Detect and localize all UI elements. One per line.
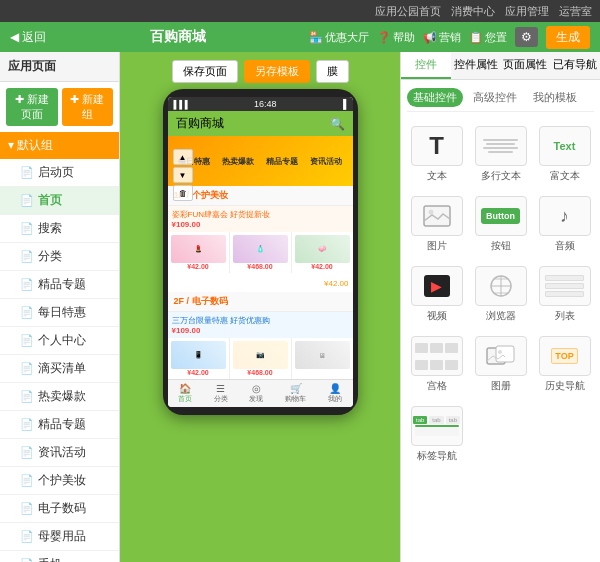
list-widget-icon xyxy=(539,266,591,306)
nav-item-hall[interactable]: 🏪 优惠大厅 xyxy=(309,30,369,45)
sidebar-item-0[interactable]: 📄 启动页 xyxy=(0,159,119,187)
audio-widget-icon: ♪ xyxy=(539,196,591,236)
banner-item-3[interactable]: 资讯活动 xyxy=(310,156,342,167)
sidebar-item-4[interactable]: 📄 精品专题 xyxy=(0,271,119,299)
tab-widget-props[interactable]: 控件属性 xyxy=(451,52,501,79)
sidebar-item-7[interactable]: 📄 滴买清单 xyxy=(0,355,119,383)
sidebar-item-3[interactable]: 📄 分类 xyxy=(0,243,119,271)
help-icon: ❓ xyxy=(377,31,391,44)
top-nav-home[interactable]: 应用公园首页 xyxy=(375,4,441,19)
widget-video[interactable]: ▶ 视频 xyxy=(407,262,466,327)
tagnav-widget-icon: tab tab tab xyxy=(411,406,463,446)
bottom-nav-cart[interactable]: 🛒 购物车 xyxy=(285,383,306,404)
tab-page-props[interactable]: 页面属性 xyxy=(501,52,551,79)
bottom-nav-category[interactable]: ☰ 分类 xyxy=(214,383,228,404)
banner-item-2[interactable]: 精品专题 xyxy=(266,156,298,167)
delete-button[interactable]: 🗑 xyxy=(173,185,193,201)
sidebar-item-9[interactable]: 📄 精品专题 xyxy=(0,411,119,439)
product-item-1[interactable]: 🧴 ¥468.00 xyxy=(230,232,291,273)
section1-sub: 姿彩FUN肆嘉会 好货提新妆 ¥109.00 xyxy=(168,206,353,232)
product-item-2[interactable]: 🧼 ¥42.00 xyxy=(292,232,353,273)
widget-history[interactable]: TOP 历史导航 xyxy=(535,332,594,397)
widget-grid-widget[interactable]: 宫格 xyxy=(407,332,466,397)
banner-item-1[interactable]: 热卖爆款 xyxy=(222,156,254,167)
new-group-button[interactable]: ✚ 新建组 xyxy=(62,88,114,126)
signal-bars: ▌▌▌ xyxy=(174,99,191,109)
page-icon: 📄 xyxy=(20,446,34,459)
widget-tagnav[interactable]: tab tab tab 标签导航 xyxy=(407,402,466,467)
widget-image-label: 图片 xyxy=(427,239,447,253)
widget-audio[interactable]: ♪ 音频 xyxy=(535,192,594,257)
section-tab-mytemplate[interactable]: 我的模板 xyxy=(527,88,583,107)
close-template-button[interactable]: 膜 xyxy=(316,60,349,83)
phone-banner: 每日特惠 热卖爆款 精品专题 资讯活动 xyxy=(168,136,353,186)
bottom-nav-profile[interactable]: 👤 我的 xyxy=(328,383,342,404)
top-nav-manage[interactable]: 应用管理 xyxy=(505,4,549,19)
save-page-button[interactable]: 保存页面 xyxy=(172,60,238,83)
phone-search-icon[interactable]: 🔍 xyxy=(330,117,345,131)
sidebar-item-2[interactable]: 📄 搜索 xyxy=(0,215,119,243)
group-label: ▾ 默认组 xyxy=(8,137,53,154)
phone-mockup: ▌▌▌ 16:48 ▐ 百购商城 🔍 每日特惠 热卖爆款 精品专题 xyxy=(163,89,358,415)
another-template-button[interactable]: 另存模板 xyxy=(244,60,310,83)
sidebar-item-13[interactable]: 📄 母婴用品 xyxy=(0,523,119,551)
sidebar-item-5[interactable]: 📄 每日特惠 xyxy=(0,299,119,327)
nav-item-help[interactable]: ❓ 帮助 xyxy=(377,30,415,45)
gallery-widget-icon xyxy=(475,336,527,376)
history-widget-icon: TOP xyxy=(539,336,591,376)
nav-item-settings[interactable]: 📋 您置 xyxy=(469,30,507,45)
new-page-button[interactable]: ✚ 新建页面 xyxy=(6,88,58,126)
widget-richtext[interactable]: Text 富文本 xyxy=(535,122,594,187)
sidebar-item-1[interactable]: 📄 首页 xyxy=(0,187,119,215)
top-nav-consumer[interactable]: 消费中心 xyxy=(451,4,495,19)
second-nav-items: 🏪 优惠大厅 ❓ 帮助 📢 营销 📋 您置 ⚙ 生成 xyxy=(309,26,590,49)
product-price-3: ¥42.00 xyxy=(171,369,226,376)
back-button[interactable]: ◀ 返回 xyxy=(10,29,46,46)
generate-button[interactable]: 生成 xyxy=(546,26,590,49)
page-icon: 📄 xyxy=(20,558,34,562)
section2-price-highlight: ¥109.00 xyxy=(172,326,349,335)
widget-multitext[interactable]: 多行文本 xyxy=(471,122,530,187)
tab-widget[interactable]: 控件 xyxy=(401,52,451,79)
nav-item-marketing[interactable]: 📢 营销 xyxy=(423,30,461,45)
widget-carousel[interactable]: 浏览器 xyxy=(471,262,530,327)
sidebar-item-8[interactable]: 📄 热卖爆款 xyxy=(0,383,119,411)
product-item-4[interactable]: 📷 ¥468.00 xyxy=(230,338,291,379)
page-icon: 📄 xyxy=(20,474,34,487)
marketing-icon: 📢 xyxy=(423,31,437,44)
sidebar-item-12[interactable]: 📄 电子数码 xyxy=(0,495,119,523)
home-icon: 🏠 xyxy=(178,383,192,394)
widget-grid: T 文本 多行文本 Text xyxy=(407,118,594,471)
top-nav-ops[interactable]: 运营室 xyxy=(559,4,592,19)
page-icon: 📄 xyxy=(20,362,34,375)
bottom-nav-home[interactable]: 🏠 首页 xyxy=(178,383,192,404)
section-tab-advanced[interactable]: 高级控件 xyxy=(467,88,523,107)
widget-image[interactable]: 图片 xyxy=(407,192,466,257)
product-item-0[interactable]: 💄 ¥42.00 xyxy=(168,232,229,273)
move-up-button[interactable]: ▲ xyxy=(173,149,193,165)
section1-title: 1F / 个护美妆 xyxy=(168,186,353,206)
gear-button[interactable]: ⚙ xyxy=(515,27,538,47)
sidebar-item-14[interactable]: 📄 手机 xyxy=(0,551,119,562)
page-icon: 📄 xyxy=(20,194,34,207)
widget-text[interactable]: T 文本 xyxy=(407,122,466,187)
bottom-nav-discover[interactable]: ◎ 发现 xyxy=(249,383,263,404)
sidebar-item-10[interactable]: 📄 资讯活动 xyxy=(0,439,119,467)
sidebar-group[interactable]: ▾ 默认组 xyxy=(0,132,119,159)
tab-nav[interactable]: 已有导航 xyxy=(550,52,600,79)
page-icon: 📄 xyxy=(20,306,34,319)
time-display: 16:48 xyxy=(254,99,277,109)
sidebar-item-11[interactable]: 📄 个护美妆 xyxy=(0,467,119,495)
widget-button[interactable]: Button 按钮 xyxy=(471,192,530,257)
page-icon: 📄 xyxy=(20,530,34,543)
product-item-3[interactable]: 📱 ¥42.00 xyxy=(168,338,229,379)
widget-list[interactable]: 列表 xyxy=(535,262,594,327)
section-tab-basic[interactable]: 基础控件 xyxy=(407,88,463,107)
section1-more: ¥42.00 xyxy=(168,273,353,292)
move-down-button[interactable]: ▼ xyxy=(173,167,193,183)
widget-gallery[interactable]: 图册 xyxy=(471,332,530,397)
category-icon: ☰ xyxy=(214,383,228,394)
product-item-5[interactable]: 🖥 xyxy=(292,338,353,379)
sidebar-item-6[interactable]: 📄 个人中心 xyxy=(0,327,119,355)
page-icon: 📄 xyxy=(20,166,34,179)
